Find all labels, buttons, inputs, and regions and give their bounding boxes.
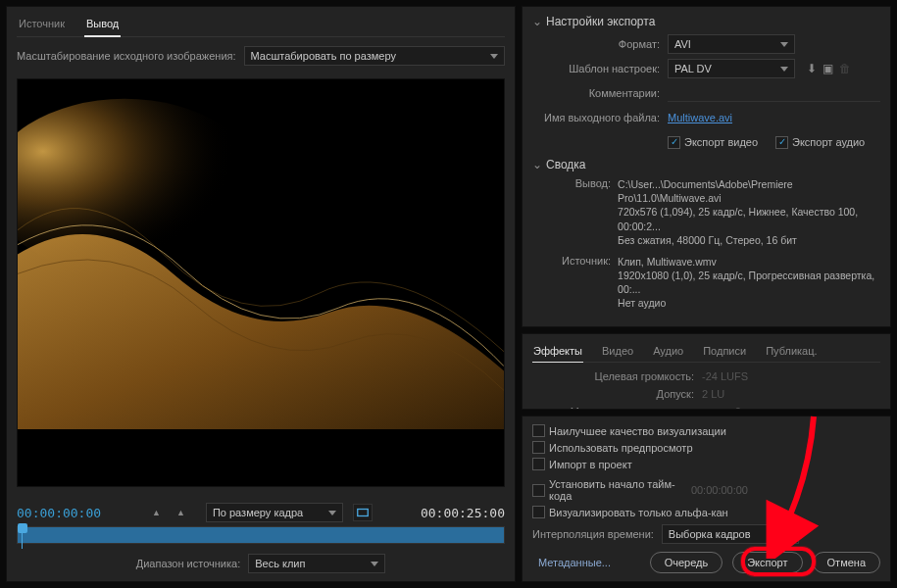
format-label: Формат: [532, 38, 660, 50]
preset-select[interactable]: PAL DV [668, 59, 795, 78]
export-video-checkbox[interactable] [668, 136, 680, 149]
use-preview-label: Использовать предпросмотр [549, 442, 693, 454]
best-quality-checkbox[interactable] [532, 424, 545, 437]
summary-output-label: Вывод: [542, 177, 611, 189]
comments-field[interactable] [668, 84, 880, 102]
mark-out-icon[interactable]: ▲ [174, 508, 188, 517]
time-interp-label: Интерполяция времени: [532, 528, 654, 540]
tab-publish[interactable]: Публикац. [765, 342, 818, 362]
summary-collapse-icon[interactable]: ⌄ [532, 158, 542, 172]
peak-label: Макс. уров. ист. пик. значения: [532, 406, 723, 410]
scale-label: Масштабирование исходного изображения: [17, 50, 236, 62]
format-select[interactable]: AVI [668, 34, 795, 54]
aspect-ratio-button[interactable] [353, 504, 373, 521]
timecode-out: 00:00:25:00 [421, 506, 505, 520]
import-project-label: Импорт в проект [549, 459, 632, 470]
summary-source-label: Источник: [542, 255, 611, 267]
tab-effects[interactable]: Эффекты [532, 342, 583, 363]
time-interp-select[interactable]: Выборка кадров [662, 524, 799, 544]
set-timecode-checkbox[interactable] [532, 484, 545, 497]
best-quality-label: Наилучшее качество визуализации [549, 425, 726, 437]
collapse-icon[interactable]: ⌄ [532, 15, 542, 28]
save-preset-icon[interactable]: ⬇ [807, 62, 817, 75]
tab-captions[interactable]: Подписи [702, 342, 747, 362]
summary-title: Сводка [546, 158, 586, 172]
alpha-only-checkbox[interactable] [532, 506, 545, 518]
export-settings-title: Настройки экспорта [546, 15, 655, 28]
tab-audio[interactable]: Аудио [652, 342, 684, 362]
import-project-checkbox[interactable] [532, 458, 545, 470]
fit-select[interactable]: По размеру кадра [206, 503, 343, 522]
comments-label: Комментарии: [532, 87, 660, 99]
preset-label: Шаблон настроек: [532, 63, 660, 74]
output-file-link[interactable]: Multiwave.avi [668, 112, 732, 123]
summary-source-text: Клип, Multiwave.wmv 1920x1080 (1,0), 25 … [618, 255, 877, 311]
summary-output-text: C:\User...\Documents\Adobe\Premiere Pro\… [618, 177, 877, 247]
source-range-select[interactable]: Весь клип [248, 554, 385, 573]
tab-output[interactable]: Вывод [84, 15, 121, 37]
import-preset-icon[interactable]: ▣ [822, 62, 833, 75]
export-audio-checkbox[interactable] [775, 136, 788, 149]
tolerance-label: Допуск: [532, 388, 694, 400]
export-settings-section: ⌄Настройки экспорта Формат: AVI Шаблон н… [522, 6, 891, 327]
mark-in-icon[interactable]: ▲ [149, 508, 164, 517]
target-loudness-label: Целевая громкость: [532, 370, 694, 382]
use-preview-checkbox[interactable] [532, 441, 545, 454]
timecode-in[interactable]: 00:00:00:00 [17, 506, 101, 520]
alpha-only-label: Визуализировать только альфа-кан [549, 507, 728, 518]
playhead[interactable] [18, 523, 27, 533]
settings-tabs-section: Эффекты Видео Аудио Подписи Публикац. Це… [522, 333, 891, 410]
queue-button[interactable]: Очередь [650, 552, 723, 573]
set-timecode-label: Установить начало тайм-кода [549, 478, 683, 502]
tab-video[interactable]: Видео [601, 342, 634, 362]
output-file-label: Имя выходного файла: [532, 112, 660, 123]
video-preview[interactable] [17, 78, 505, 487]
export-button[interactable]: Экспорт [732, 552, 802, 573]
timeline-track[interactable] [17, 526, 505, 544]
bottom-options-section: Наилучшее качество визуализации Использо… [522, 416, 891, 582]
preview-panel: Источник Вывод Масштабирование исходного… [6, 6, 516, 582]
peak-value: -2 [731, 406, 741, 410]
tolerance-value: 2 LU [702, 388, 724, 400]
delete-preset-icon: 🗑 [839, 62, 851, 75]
svg-rect-2 [358, 510, 369, 516]
preview-tabs: Источник Вывод [17, 15, 505, 37]
export-audio-label: Экспорт аудио [792, 136, 865, 148]
export-video-label: Экспорт видео [684, 136, 758, 148]
set-timecode-value: 00:00:00:00 [691, 484, 748, 496]
metadata-button[interactable]: Метаданные... [532, 553, 617, 572]
source-range-label: Диапазон источника: [136, 558, 240, 569]
tab-source[interactable]: Источник [17, 15, 67, 36]
scale-select[interactable]: Масштабировать по размеру [244, 46, 505, 66]
cancel-button[interactable]: Отмена [813, 552, 880, 573]
target-loudness-value: -24 LUFS [702, 370, 748, 382]
